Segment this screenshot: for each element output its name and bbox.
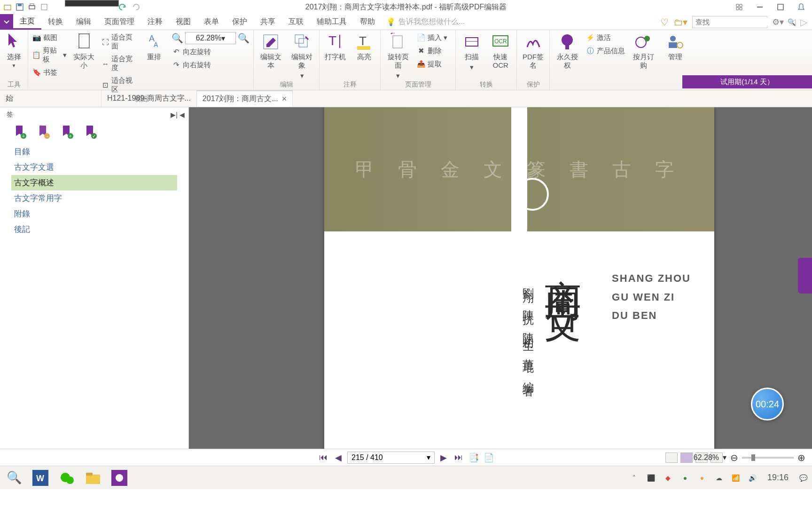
menu-tab-accessibility[interactable]: 辅助工具 [310, 14, 353, 30]
tell-me-prompt[interactable]: 💡 告诉我您想做什么... [382, 14, 469, 30]
tray-onedrive-icon[interactable]: ☁ [714, 473, 724, 483]
recorder-badge[interactable]: 00:24 [751, 388, 784, 421]
file-tab[interactable] [0, 14, 13, 30]
folder-icon[interactable]: 🗀▾ [673, 16, 687, 28]
tray-app1-icon[interactable]: ⬛ [646, 473, 656, 483]
menu-tab-edit[interactable]: 编辑 [70, 14, 98, 30]
menu-tab-comment[interactable]: 注释 [141, 14, 169, 30]
search-box[interactable]: 🔍 [692, 16, 767, 28]
panel-nav-next-icon[interactable]: ▶| [171, 111, 178, 119]
next-page-button[interactable]: ▶ [437, 452, 450, 464]
nav-prev-icon[interactable]: ◁ [789, 16, 796, 28]
bookmark-button[interactable]: 🔖书签 [32, 67, 67, 78]
zoom-field[interactable]: 62.28% ▾ [185, 32, 236, 44]
start-tab[interactable]: 始 [0, 90, 102, 107]
rotate-left-button[interactable]: ↶向左旋转 [172, 46, 250, 57]
typewriter-button[interactable]: T打字机 [323, 32, 348, 61]
menu-tab-form[interactable]: 表单 [197, 14, 226, 30]
page-tool-2-icon[interactable]: 📄 [483, 452, 495, 464]
trial-banner[interactable]: 试用期(1/14 天） [682, 75, 812, 88]
close-tab-icon[interactable]: × [282, 94, 287, 104]
taskbar-foxit-icon[interactable] [109, 468, 130, 487]
tray-app2-icon[interactable]: ◆ [663, 473, 673, 483]
highlight-button[interactable]: T高亮 [352, 32, 377, 61]
menu-tab-share[interactable]: 共享 [254, 14, 282, 30]
prev-page-button[interactable]: ◀ [332, 452, 344, 464]
menu-tab-help[interactable]: 帮助 [353, 14, 382, 30]
fit-page-button[interactable]: ⛶适合页面 [101, 32, 137, 52]
zoom-in-button[interactable]: ⊕ [797, 452, 805, 463]
collapse-ribbon-icon[interactable] [733, 2, 745, 12]
tray-wifi-icon[interactable]: 📶 [731, 473, 741, 483]
side-float-tab[interactable] [798, 258, 812, 294]
menu-tab-connect[interactable]: 互联 [282, 14, 310, 30]
minimize-icon[interactable] [754, 2, 766, 12]
tray-clock[interactable]: 19:16 [765, 473, 791, 483]
zoom-slider[interactable] [742, 457, 794, 459]
tray-app3-icon[interactable]: ● [680, 473, 690, 483]
last-page-button[interactable]: ⏭ [453, 452, 465, 464]
first-page-button[interactable]: ⏮ [317, 452, 329, 464]
notify-icon[interactable] [795, 2, 807, 12]
add-bookmark-icon[interactable]: + [14, 126, 24, 138]
taskbar-word-icon[interactable]: W [30, 468, 51, 487]
bookmark-item[interactable]: 後記 [11, 222, 177, 237]
insert-page-button[interactable]: 📄插入 ▾ [416, 32, 447, 43]
zoom-out-icon[interactable]: 🔍 [172, 32, 183, 44]
page-canvas[interactable]: SHANG ZHOU GU WEN ZI DU BEN 商周古文 劉翔 陳抗 陳… [189, 107, 812, 449]
bookmark-tool-4-icon[interactable]: ✓ [85, 126, 95, 138]
nav-next-icon[interactable]: ▷ [800, 16, 807, 28]
fit-width-button[interactable]: ↔适合宽度 [101, 54, 137, 73]
scan-button[interactable]: 扫描 ▾ [460, 32, 484, 71]
gear-icon[interactable]: ⚙▾ [772, 17, 784, 27]
tray-app4-icon[interactable]: ● [697, 473, 707, 483]
zoom-in-icon[interactable]: 🔍 [238, 32, 250, 44]
bookmark-item[interactable]: 目錄 [11, 144, 177, 159]
page-tool-1-icon[interactable]: 📑 [468, 452, 480, 464]
tray-notifications-icon[interactable]: 💬 [798, 473, 808, 483]
screenshot-button[interactable]: 📷截图 [32, 32, 67, 43]
document-tab-0[interactable]: H121-1989-商周古文字... [102, 90, 197, 107]
taskbar-explorer-icon[interactable] [83, 468, 103, 487]
bookmark-tool-3-icon[interactable]: + [61, 126, 71, 138]
bookmark-item[interactable]: 古文字常用字 [11, 190, 177, 206]
activate-button[interactable]: ⚡激活 [586, 32, 625, 43]
reflow-button[interactable]: AA 重排 [142, 32, 167, 61]
edit-object-button[interactable]: 编辑对象 ▾ [289, 32, 316, 80]
rotate-pages-button[interactable]: 旋转页面 ▾ [384, 32, 412, 80]
bookmark-item[interactable]: 古文字文選 [11, 159, 177, 175]
view-mode-single[interactable] [665, 452, 678, 463]
panel-collapse-icon[interactable]: ◀ [180, 111, 185, 119]
qat-open-icon[interactable] [2, 1, 13, 13]
tray-up-icon[interactable]: ˄ [629, 473, 640, 483]
maximize-icon[interactable] [774, 2, 787, 12]
monthly-button[interactable]: 按月订购 [630, 32, 657, 70]
menu-tab-view[interactable]: 视图 [169, 14, 197, 30]
bookmark-tool-2-icon[interactable]: → [38, 126, 48, 138]
page-number-field[interactable]: 215 / 410▾ [347, 452, 435, 464]
qat-print-icon[interactable] [26, 1, 38, 13]
menu-tab-convert[interactable]: 转换 [41, 14, 70, 30]
product-info-button[interactable]: ⓘ产品信息 [586, 45, 625, 56]
pdf-sign-button[interactable]: PDF签名 [521, 32, 546, 70]
select-tool-button[interactable]: 选择 ▼ [4, 32, 24, 69]
view-mode-continuous[interactable] [680, 452, 693, 463]
perm-license-button[interactable]: 永久授权 [554, 32, 581, 70]
rotate-right-button[interactable]: ↷向右旋转 [172, 59, 250, 71]
heart-icon[interactable]: ♡ [660, 16, 669, 28]
qat-more-icon[interactable] [39, 1, 50, 13]
menu-tab-home[interactable]: 主页 [13, 14, 41, 30]
manage-button[interactable]: 管理 [662, 32, 689, 61]
bookmark-item[interactable]: 古文字概述 [11, 175, 177, 190]
zoom-out-button[interactable]: ⊖ [730, 452, 738, 463]
qat-save-icon[interactable] [14, 1, 25, 13]
extract-page-button[interactable]: 📤提取 [416, 58, 447, 70]
mini-toolbar[interactable] [65, 0, 119, 7]
qat-redo-icon[interactable] [130, 1, 141, 13]
taskbar-search-icon[interactable]: 🔍 [4, 468, 24, 487]
bookmark-item[interactable]: 附錄 [11, 206, 177, 222]
actual-size-button[interactable]: 实际大小 [71, 32, 96, 70]
menu-tab-pages[interactable]: 页面管理 [98, 14, 141, 30]
tray-volume-icon[interactable]: 🔊 [748, 473, 758, 483]
taskbar-wechat-icon[interactable] [56, 468, 77, 487]
